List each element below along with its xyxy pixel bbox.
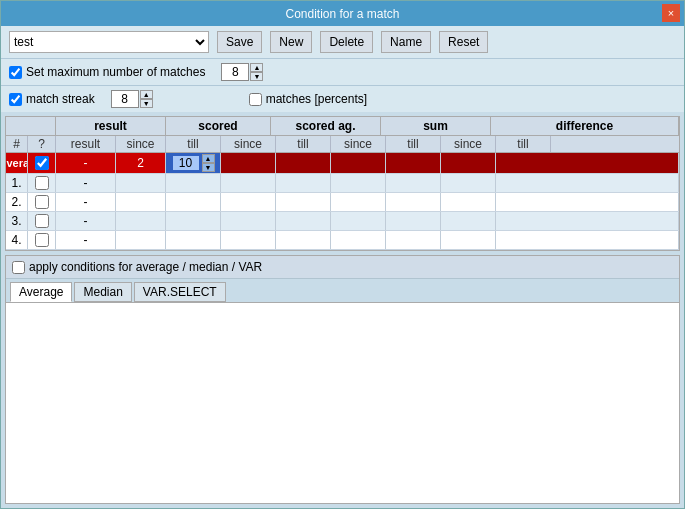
overall-till2-cell bbox=[276, 153, 331, 173]
spin-down[interactable]: ▼ bbox=[250, 72, 263, 81]
streak-spin-up[interactable]: ▲ bbox=[140, 90, 153, 99]
row1-num: 1. bbox=[6, 174, 28, 192]
row3-since3 bbox=[331, 212, 386, 230]
since2-col-header: since bbox=[221, 136, 276, 152]
tab-var-select[interactable]: VAR.SELECT bbox=[134, 282, 226, 302]
row2-checkbox[interactable] bbox=[35, 195, 49, 209]
till-spin-down[interactable]: ▼ bbox=[202, 163, 215, 172]
row3-checkbox[interactable] bbox=[35, 214, 49, 228]
tab-content bbox=[6, 303, 679, 503]
row1-till3 bbox=[386, 174, 441, 192]
row2-since bbox=[116, 193, 166, 211]
tab-var-select-label: VAR.SELECT bbox=[143, 285, 217, 299]
toolbar: test Save New Delete Name Reset bbox=[1, 26, 684, 58]
match-streak-checkbox[interactable] bbox=[9, 93, 22, 106]
tab-average[interactable]: Average bbox=[10, 282, 72, 302]
row1-till2 bbox=[276, 174, 331, 192]
row2-checkbox-cell[interactable] bbox=[28, 193, 56, 211]
save-button[interactable]: Save bbox=[217, 31, 262, 53]
row2-since2 bbox=[221, 193, 276, 211]
match-streak-option[interactable]: match streak bbox=[9, 92, 95, 106]
till-spinners[interactable]: ▲ ▼ bbox=[202, 154, 215, 172]
row1-since3 bbox=[331, 174, 386, 192]
row4-num: 4. bbox=[6, 231, 28, 249]
row1-checkbox-cell[interactable] bbox=[28, 174, 56, 192]
row2-till bbox=[166, 193, 221, 211]
matches-percents-option[interactable]: matches [percents] bbox=[249, 92, 367, 106]
window-title: Condition for a match bbox=[285, 7, 399, 21]
table-row: 1. - bbox=[6, 174, 679, 193]
delete-button[interactable]: Delete bbox=[320, 31, 373, 53]
reset-button[interactable]: Reset bbox=[439, 31, 488, 53]
overall-till-cell[interactable]: ▲ ▼ bbox=[166, 153, 221, 173]
difference-group-header: difference bbox=[491, 117, 679, 135]
overall-checkbox-cell[interactable] bbox=[28, 153, 56, 173]
row1-till4 bbox=[496, 174, 679, 192]
row1-result: - bbox=[56, 174, 116, 192]
overall-till3-cell bbox=[386, 153, 441, 173]
tab-median[interactable]: Median bbox=[74, 282, 131, 302]
table-row: 4. - bbox=[6, 231, 679, 250]
max-matches-spin[interactable]: ▲ ▼ bbox=[221, 63, 263, 81]
title-bar: Condition for a match × bbox=[1, 1, 684, 26]
close-button[interactable]: × bbox=[662, 4, 680, 22]
row3-checkbox-cell[interactable] bbox=[28, 212, 56, 230]
till2-col-header: till bbox=[276, 136, 331, 152]
scored-group-header: scored bbox=[166, 117, 271, 135]
match-streak-spin[interactable]: ▲ ▼ bbox=[111, 90, 153, 108]
profile-dropdown[interactable]: test bbox=[9, 31, 209, 53]
sum-group-header: sum bbox=[381, 117, 491, 135]
row2-till4 bbox=[496, 193, 679, 211]
match-streak-input[interactable] bbox=[111, 90, 139, 108]
till-spin-group[interactable]: ▲ ▼ bbox=[172, 154, 215, 172]
name-button[interactable]: Name bbox=[381, 31, 431, 53]
row3-till2 bbox=[276, 212, 331, 230]
since3-col-header: since bbox=[331, 136, 386, 152]
overall-dash: - bbox=[84, 156, 88, 170]
row4-result: - bbox=[56, 231, 116, 249]
tab-median-label: Median bbox=[83, 285, 122, 299]
row1-since bbox=[116, 174, 166, 192]
row4-since bbox=[116, 231, 166, 249]
row4-till2 bbox=[276, 231, 331, 249]
apply-conditions-option[interactable]: apply conditions for average / median / … bbox=[12, 260, 673, 274]
overall-result-cell: - bbox=[56, 153, 116, 173]
overall-value: 2 bbox=[137, 156, 144, 170]
group-header-row: result scored scored ag. sum difference bbox=[6, 117, 679, 136]
max-matches-option[interactable]: Set maximum number of matches bbox=[9, 65, 205, 79]
result-group-header: result bbox=[56, 117, 166, 135]
new-button[interactable]: New bbox=[270, 31, 312, 53]
till4-col-header: till bbox=[496, 136, 551, 152]
row1-checkbox[interactable] bbox=[35, 176, 49, 190]
overall-label: Overall bbox=[6, 153, 28, 173]
row2-till2 bbox=[276, 193, 331, 211]
row3-since4 bbox=[441, 212, 496, 230]
row2-since4 bbox=[441, 193, 496, 211]
max-matches-label: Set maximum number of matches bbox=[26, 65, 205, 79]
table-row: 2. - bbox=[6, 193, 679, 212]
apply-conditions-row: apply conditions for average / median / … bbox=[6, 256, 679, 279]
hash-col-header: # bbox=[6, 136, 28, 152]
overall-since-cell: 2 bbox=[116, 153, 166, 173]
row4-since3 bbox=[331, 231, 386, 249]
bottom-section: apply conditions for average / median / … bbox=[5, 255, 680, 504]
overall-checkbox[interactable] bbox=[35, 156, 49, 170]
q-col-header: ? bbox=[28, 136, 56, 152]
row3-since bbox=[116, 212, 166, 230]
till-spin-up[interactable]: ▲ bbox=[202, 154, 215, 163]
row4-checkbox-cell[interactable] bbox=[28, 231, 56, 249]
row3-till3 bbox=[386, 212, 441, 230]
apply-conditions-checkbox[interactable] bbox=[12, 261, 25, 274]
max-matches-spinners[interactable]: ▲ ▼ bbox=[250, 63, 263, 81]
match-streak-spinners[interactable]: ▲ ▼ bbox=[140, 90, 153, 108]
streak-spin-down[interactable]: ▼ bbox=[140, 99, 153, 108]
row4-checkbox[interactable] bbox=[35, 233, 49, 247]
overall-till-input[interactable] bbox=[172, 155, 200, 171]
max-matches-input[interactable] bbox=[221, 63, 249, 81]
row3-num: 3. bbox=[6, 212, 28, 230]
overall-since4-cell bbox=[441, 153, 496, 173]
spin-up[interactable]: ▲ bbox=[250, 63, 263, 72]
row4-till bbox=[166, 231, 221, 249]
matches-percents-checkbox[interactable] bbox=[249, 93, 262, 106]
max-matches-checkbox[interactable] bbox=[9, 66, 22, 79]
